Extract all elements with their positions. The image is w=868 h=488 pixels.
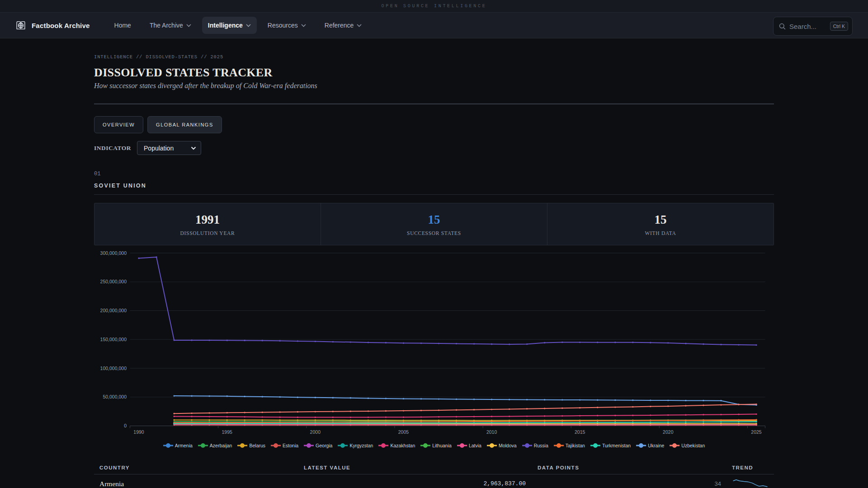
- svg-text:2005: 2005: [398, 429, 409, 435]
- svg-text:50,000,000: 50,000,000: [103, 394, 127, 399]
- svg-text:2000: 2000: [310, 429, 321, 435]
- svg-text:2025: 2025: [751, 429, 762, 435]
- svg-text:150,000,000: 150,000,000: [100, 337, 127, 342]
- svg-text:2010: 2010: [486, 429, 497, 435]
- svg-text:300,000,000: 300,000,000: [100, 250, 127, 256]
- svg-text:0: 0: [124, 423, 127, 428]
- svg-text:1995: 1995: [222, 429, 233, 435]
- svg-text:2015: 2015: [575, 429, 585, 435]
- svg-text:2020: 2020: [663, 429, 674, 435]
- svg-text:1990: 1990: [133, 429, 144, 435]
- svg-text:200,000,000: 200,000,000: [100, 308, 127, 313]
- svg-text:100,000,000: 100,000,000: [100, 366, 127, 371]
- svg-text:250,000,000: 250,000,000: [100, 279, 127, 284]
